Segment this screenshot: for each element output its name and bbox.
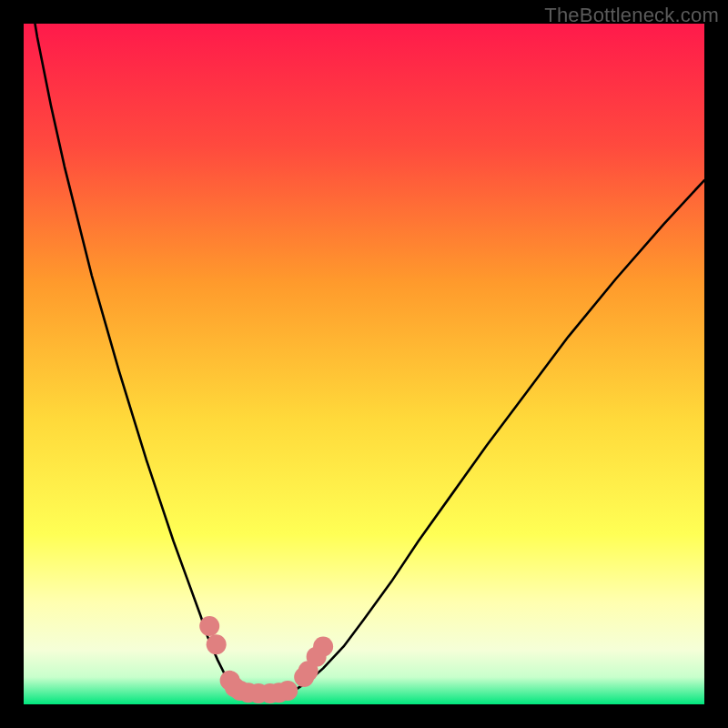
watermark-text: TheBottleneck.com: [544, 4, 719, 27]
marker-layer: [24, 24, 704, 704]
marker-point: [207, 634, 227, 654]
chart-frame: TheBottleneck.com: [0, 0, 728, 728]
marker-point: [278, 681, 298, 701]
plot-area: [24, 24, 704, 704]
highlighted-points: [199, 616, 333, 703]
marker-point: [199, 616, 219, 636]
marker-point: [313, 636, 333, 656]
